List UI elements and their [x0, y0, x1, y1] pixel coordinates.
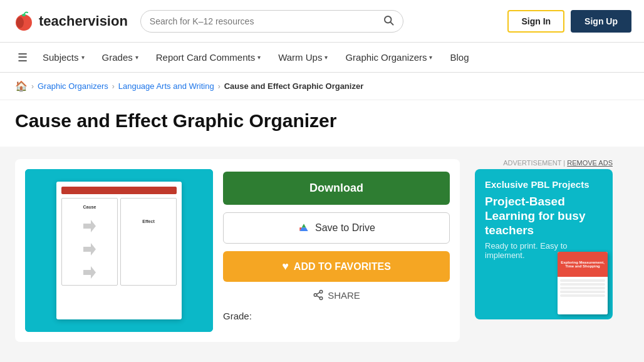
- nav-item-warm-ups[interactable]: Warm Ups ▾: [271, 43, 335, 73]
- ad-book-body: [558, 277, 608, 314]
- logo-text: teachervision: [39, 13, 128, 29]
- ad-book-image: Exploring Measurement, Time and Shopping: [558, 252, 608, 314]
- share-button[interactable]: SHARE: [223, 289, 450, 301]
- breadcrumb-separator: ›: [31, 82, 34, 91]
- hamburger-icon: ☰: [18, 51, 28, 64]
- svg-line-8: [317, 296, 320, 297]
- svg-point-1: [16, 17, 24, 28]
- ad-card[interactable]: Exclusive PBL Projects Project-Based Lea…: [475, 169, 613, 319]
- chevron-down-icon: ▾: [81, 54, 85, 61]
- save-to-drive-button[interactable]: Save to Drive: [223, 212, 450, 244]
- resource-card: Cause Effect: [15, 159, 460, 342]
- signup-button[interactable]: Sign Up: [571, 10, 631, 33]
- nav-item-subjects[interactable]: Subjects ▾: [35, 43, 92, 73]
- svg-line-4: [390, 22, 393, 24]
- apple-icon: [13, 10, 35, 33]
- grade-label: Grade:: [223, 311, 450, 321]
- nav-item-report-card[interactable]: Report Card Comments ▾: [148, 43, 268, 73]
- share-icon: [313, 289, 324, 301]
- search-bar: [140, 10, 403, 33]
- nav-item-graphic-organizers[interactable]: Graphic Organizers ▾: [338, 43, 440, 73]
- worksheet-columns: Cause Effect: [61, 198, 177, 286]
- svg-line-9: [317, 292, 320, 294]
- ad-label-area: ADVERTISEMENT | REMOVE ADS: [475, 159, 613, 167]
- heart-icon: ♥: [282, 260, 289, 273]
- breadcrumb-separator: ›: [112, 82, 115, 91]
- ad-sidebar: ADVERTISEMENT | REMOVE ADS Exclusive PBL…: [475, 159, 613, 319]
- arrow-icon: [83, 266, 96, 279]
- action-buttons-area: Download Save to Drive ♥ ADD TO FAVORITE…: [223, 169, 450, 332]
- remove-ads-link[interactable]: REMOVE ADS: [567, 159, 613, 167]
- breadcrumb-link-language-arts[interactable]: Language Arts and Writing: [118, 81, 214, 91]
- chevron-down-icon: ▾: [257, 54, 261, 61]
- nav-item-blog[interactable]: Blog: [442, 43, 476, 73]
- resource-thumbnail: Cause Effect: [25, 169, 213, 332]
- ad-book-title: Exploring Measurement, Time and Shopping: [558, 259, 608, 269]
- site-logo[interactable]: teachervision: [13, 10, 128, 33]
- breadcrumb-current-page: Cause and Effect Graphic Organizer: [224, 81, 364, 91]
- breadcrumb-separator: ›: [218, 82, 221, 91]
- header-actions: Sign In Sign Up: [507, 10, 631, 33]
- arrow-icon: [83, 220, 96, 232]
- page-title-area: Cause and Effect Graphic Organizer: [0, 100, 644, 147]
- cause-col-header: Cause: [83, 205, 96, 209]
- download-button[interactable]: Download: [223, 172, 450, 205]
- worksheet-inner: Cause Effect: [56, 182, 182, 319]
- site-header: teachervision Sign In Sign Up: [0, 0, 644, 43]
- ad-card-title: Exclusive PBL Projects: [485, 179, 603, 190]
- chevron-down-icon: ▾: [135, 54, 138, 61]
- ad-card-headline: Project-Based Learning for busy teachers: [485, 195, 603, 237]
- main-content: Cause Effect: [0, 147, 644, 354]
- effect-col-header: Effect: [142, 219, 154, 224]
- arrow-icon: [83, 243, 96, 256]
- breadcrumb-home-icon[interactable]: 🏠: [15, 80, 28, 92]
- signin-button[interactable]: Sign In: [507, 10, 564, 33]
- svg-point-2: [22, 14, 26, 16]
- google-drive-icon: [298, 222, 310, 234]
- chevron-down-icon: ▾: [325, 54, 328, 61]
- search-input[interactable]: [150, 16, 383, 26]
- nav-item-grades[interactable]: Grades ▾: [95, 43, 146, 73]
- ad-book-cover: Exploring Measurement, Time and Shopping: [558, 252, 608, 277]
- breadcrumb-link-graphic-organizers[interactable]: Graphic Organizers: [38, 81, 108, 91]
- search-button[interactable]: [383, 14, 394, 28]
- search-icon: [383, 14, 394, 26]
- page-title: Cause and Effect Graphic Organizer: [15, 110, 629, 132]
- worksheet-cause-col: Cause: [61, 198, 118, 286]
- add-to-favorites-button[interactable]: ♥ ADD TO FAVORITES: [223, 251, 450, 282]
- main-nav: ☰ Subjects ▾ Grades ▾ Report Card Commen…: [0, 43, 644, 73]
- worksheet-title-bar: [61, 187, 177, 194]
- breadcrumb: 🏠 › Graphic Organizers › Language Arts a…: [0, 73, 644, 100]
- chevron-down-icon: ▾: [429, 54, 432, 61]
- worksheet-preview: Cause Effect: [25, 169, 213, 332]
- hamburger-button[interactable]: ☰: [13, 47, 33, 68]
- worksheet-effect-col: Effect: [120, 198, 177, 286]
